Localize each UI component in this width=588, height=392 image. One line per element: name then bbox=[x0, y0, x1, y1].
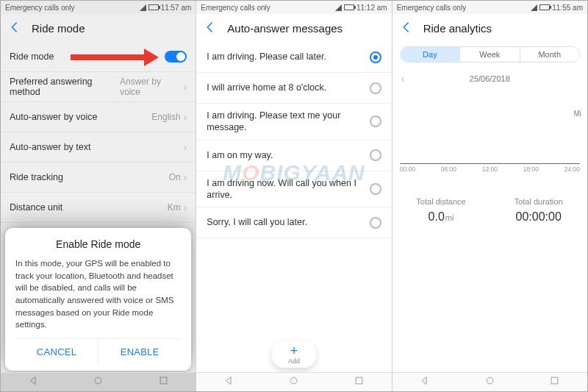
total-distance: Total distance 0.0mi bbox=[392, 197, 490, 224]
page-title: Ride analytics bbox=[423, 22, 492, 35]
screen-ride-analytics: Emergency calls only 11:55 am Ride analy… bbox=[392, 1, 587, 391]
status-time: 11:57 am bbox=[161, 4, 192, 12]
row-label: Auto-answer by text bbox=[10, 142, 90, 152]
screen-auto-answer-messages: Emergency calls only 11:12 am Auto-answe… bbox=[196, 1, 392, 391]
enable-ride-mode-dialog: Enable Ride mode In this mode, your GPS … bbox=[5, 228, 191, 371]
back-icon[interactable] bbox=[400, 21, 413, 36]
chevron-right-icon: › bbox=[184, 202, 187, 213]
row-value: English bbox=[151, 112, 180, 122]
status-icons: 11:55 am bbox=[531, 4, 583, 12]
nav-back-icon[interactable] bbox=[223, 375, 234, 389]
header: Ride analytics bbox=[392, 14, 587, 42]
message-option[interactable]: I am on my way. bbox=[196, 140, 391, 171]
enable-button[interactable]: ENABLE bbox=[98, 338, 181, 365]
plus-icon: + bbox=[290, 344, 298, 357]
nav-recent-icon[interactable] bbox=[158, 375, 169, 389]
svg-point-2 bbox=[291, 377, 298, 384]
total-distance-value: 0.0 bbox=[429, 210, 445, 223]
row-auto-answer-voice[interactable]: Auto-answer by voice English› bbox=[1, 102, 196, 132]
status-network-text: Emergency calls only bbox=[5, 4, 74, 12]
android-navbar bbox=[392, 372, 587, 391]
chevron-right-icon: › bbox=[184, 171, 187, 183]
row-label: Auto-answer by voice bbox=[10, 112, 98, 122]
nav-back-icon[interactable] bbox=[419, 375, 430, 389]
row-preferred-answering[interactable]: Preferred answering method Answer by voi… bbox=[1, 72, 196, 102]
message-option[interactable]: I am driving. Please text me your messag… bbox=[196, 104, 391, 140]
nav-back-icon[interactable] bbox=[28, 375, 39, 389]
radio-icon[interactable] bbox=[370, 82, 381, 94]
ride-mode-toggle[interactable] bbox=[165, 51, 187, 63]
svg-rect-3 bbox=[356, 377, 362, 384]
row-distance-unit[interactable]: Distance unit Km› bbox=[1, 193, 196, 223]
android-navbar bbox=[1, 372, 196, 391]
message-text: I am on my way. bbox=[207, 149, 369, 161]
chevron-right-icon: › bbox=[184, 81, 187, 93]
nav-recent-icon[interactable] bbox=[354, 375, 365, 389]
signal-icon bbox=[531, 4, 537, 11]
add-label: Add bbox=[288, 357, 300, 365]
prev-day-icon[interactable]: ‹ bbox=[401, 73, 405, 85]
nav-recent-icon[interactable] bbox=[549, 375, 560, 389]
radio-icon[interactable] bbox=[370, 115, 381, 127]
radio-icon[interactable] bbox=[370, 149, 381, 161]
radio-selected-icon[interactable] bbox=[370, 51, 381, 63]
segment-month[interactable]: Month bbox=[520, 47, 579, 62]
total-duration: Total duration 00:00:00 bbox=[490, 197, 587, 224]
signal-icon bbox=[140, 4, 146, 11]
status-time: 11:12 am bbox=[356, 4, 387, 12]
svg-rect-5 bbox=[551, 377, 558, 384]
message-text: Sorry, I will call you later. bbox=[207, 216, 369, 228]
battery-icon bbox=[148, 4, 159, 10]
row-label: Distance unit bbox=[10, 202, 62, 213]
signal-icon bbox=[335, 4, 342, 11]
status-bar: Emergency calls only 11:55 am bbox=[392, 1, 587, 14]
message-option[interactable]: I am driving. Please call later. bbox=[196, 42, 391, 73]
message-text: I am driving now. Will call you when I a… bbox=[207, 177, 369, 202]
status-time: 11:55 am bbox=[552, 4, 583, 12]
total-duration-label: Total duration bbox=[490, 197, 587, 206]
message-option[interactable]: I will arrive home at 8 o'clock. bbox=[196, 73, 391, 104]
back-icon[interactable] bbox=[8, 21, 21, 36]
radio-icon[interactable] bbox=[370, 183, 381, 195]
total-duration-value: 00:00:00 bbox=[490, 210, 587, 224]
tick-label: 06:00 bbox=[441, 165, 456, 173]
message-text: I am driving. Please call later. bbox=[207, 51, 369, 63]
row-label: Preferred answering method bbox=[10, 76, 120, 97]
nav-home-icon[interactable] bbox=[93, 375, 104, 389]
row-ride-mode[interactable]: Ride mode bbox=[1, 42, 196, 72]
selected-date: 25/06/2018 bbox=[470, 74, 510, 83]
status-icons: 11:57 am bbox=[140, 4, 192, 12]
nav-home-icon[interactable] bbox=[288, 375, 299, 389]
tick-label: 18:00 bbox=[523, 165, 539, 173]
message-option[interactable]: I am driving now. Will call you when I a… bbox=[196, 171, 391, 208]
add-message-button[interactable]: + Add bbox=[272, 341, 316, 368]
message-option[interactable]: Sorry, I will call you later. bbox=[196, 207, 391, 238]
segment-day[interactable]: Day bbox=[401, 47, 459, 62]
row-label: Ride tracking bbox=[10, 172, 63, 182]
page-title: Ride mode bbox=[32, 22, 85, 35]
radio-icon[interactable] bbox=[370, 217, 381, 229]
battery-icon bbox=[539, 4, 550, 10]
segment-week[interactable]: Week bbox=[459, 47, 519, 62]
row-ride-tracking[interactable]: Ride tracking On› bbox=[1, 163, 196, 193]
tick-label: 00:00 bbox=[400, 165, 415, 173]
dialog-title: Enable Ride mode bbox=[15, 238, 181, 250]
row-auto-answer-text[interactable]: Auto-answer by text › bbox=[1, 132, 196, 163]
message-text: I am driving. Please text me your messag… bbox=[207, 110, 369, 134]
dialog-body: In this mode, your GPS will be enabled t… bbox=[15, 257, 181, 331]
battery-icon bbox=[344, 4, 354, 10]
range-segmented-control: Day Week Month bbox=[400, 46, 580, 63]
cancel-button[interactable]: CANCEL bbox=[15, 338, 98, 365]
date-selector: ‹ 25/06/2018 bbox=[392, 70, 587, 88]
back-icon[interactable] bbox=[204, 21, 217, 36]
total-distance-label: Total distance bbox=[392, 197, 490, 206]
row-label: Ride mode bbox=[10, 51, 54, 62]
status-network-text: Emergency calls only bbox=[201, 4, 270, 12]
chart-axis: 00:00 06:00 12:00 18:00 24:00 bbox=[400, 163, 580, 175]
chevron-right-icon: › bbox=[184, 111, 187, 123]
svg-point-4 bbox=[487, 377, 493, 384]
totals-row: Total distance 0.0mi Total duration 00:0… bbox=[392, 197, 587, 224]
nav-home-icon[interactable] bbox=[484, 375, 495, 389]
row-value: Answer by voice bbox=[120, 76, 181, 97]
row-value: On bbox=[169, 172, 181, 182]
